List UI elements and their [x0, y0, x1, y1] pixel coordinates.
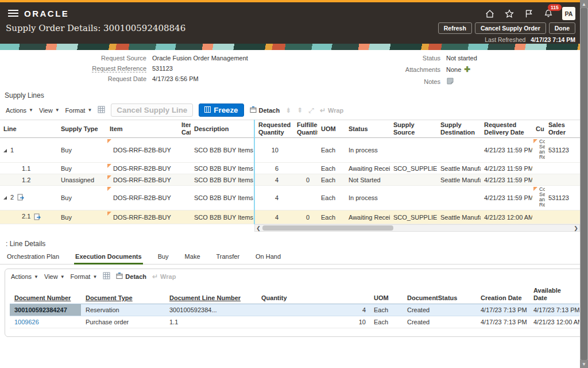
- view-menu[interactable]: View▼: [39, 107, 60, 114]
- scroll-up-icon[interactable]: ▲: [580, 0, 588, 8]
- scroll-to-first-icon[interactable]: ⇟: [285, 106, 291, 114]
- tab-on-hand[interactable]: On Hand: [254, 251, 282, 264]
- request-date-value: 4/17/23 6:56 PM: [152, 75, 199, 82]
- tab-orchestration-plan[interactable]: Orchestration Plan: [6, 251, 60, 264]
- hamburger-menu-icon[interactable]: [8, 10, 18, 17]
- notes-icon[interactable]: [446, 77, 454, 86]
- col-document-type[interactable]: Document Type: [86, 294, 133, 301]
- col-item-category[interactable]: Item Cat: [178, 120, 191, 138]
- supply-line-row-1-2[interactable]: 1.2 Unassigned DOS-RRF-B2B-BUY SCO B2B B…: [0, 174, 580, 186]
- col-customer[interactable]: Cu: [532, 120, 545, 138]
- request-source-label: Request Source: [0, 55, 146, 62]
- expand-node-icon[interactable]: ⤢: [308, 106, 314, 114]
- col-supply-type[interactable]: Supply Type: [57, 120, 106, 138]
- export-to-excel-icon[interactable]: [103, 272, 110, 281]
- detach-icon: [250, 106, 257, 114]
- supply-line-row-1[interactable]: 1 Buy DOS-RRF-B2B-BUY SCO B2B BUY Items …: [0, 138, 580, 163]
- execution-document-row[interactable]: 1009626 Purchase order 1.1 10 Each Creat…: [10, 316, 579, 328]
- freeze-icon: [204, 106, 211, 114]
- col-item[interactable]: Item: [106, 120, 178, 138]
- horizontal-scrollbar[interactable]: ❮ ❯: [254, 224, 580, 232]
- scroll-to-last-icon[interactable]: ⇞: [297, 106, 303, 114]
- col-document-status[interactable]: DocumentStatus: [403, 285, 476, 304]
- line-details-tabs: Orchestration Plan Execution Documents B…: [0, 251, 588, 264]
- page: ORACLE 115 PA Supply Order Details: 3001…: [0, 0, 588, 368]
- scroll-left-icon[interactable]: ❮: [255, 225, 262, 231]
- cell-marker-icon: [107, 164, 111, 168]
- tab-buy[interactable]: Buy: [157, 251, 170, 264]
- supply-line-row-1-1[interactable]: 1.1 Buy DOS-RRF-B2B-BUY SCO B2B BUY Item…: [0, 163, 580, 174]
- col-document-number[interactable]: Document Number: [14, 294, 71, 301]
- request-reference-value: 531123: [152, 65, 173, 72]
- wrap-button[interactable]: ↵ Wrap: [320, 106, 343, 114]
- cancel-supply-line-button[interactable]: Cancel Supply Line: [111, 103, 193, 117]
- detach-icon: [116, 273, 123, 281]
- supply-line-row-2-1[interactable]: 2.1 Buy DOS-RRF-B2B-BUY SCO B2B BUY Item…: [0, 210, 580, 224]
- execution-documents-header-row: Document Number Document Type Document L…: [10, 285, 579, 304]
- col-sales-order[interactable]: Sales Order: [545, 120, 580, 138]
- avatar[interactable]: PA: [562, 7, 575, 20]
- wrap-icon: ↵: [320, 106, 326, 114]
- col-supply-destination[interactable]: Supply Destination: [437, 120, 481, 138]
- col-uom[interactable]: UOM: [318, 120, 345, 138]
- col-description[interactable]: Description: [191, 120, 254, 138]
- col-line[interactable]: Line: [0, 120, 57, 138]
- col-available-date[interactable]: Available Date: [529, 285, 579, 304]
- favorites-star-icon[interactable]: [504, 8, 514, 19]
- tab-execution-documents[interactable]: Execution Documents: [74, 251, 143, 264]
- col-uom[interactable]: UOM: [369, 285, 403, 304]
- notifications-bell-icon[interactable]: 115: [543, 8, 554, 19]
- export-to-excel-icon[interactable]: [98, 106, 105, 115]
- header-actions: Refresh Cancel Supply Order Done: [438, 22, 575, 34]
- summary-section: Request Source Oracle Fusion Order Manag…: [0, 55, 588, 88]
- supply-lines-header-row: Line Supply Type Item Item Cat Descripti…: [0, 120, 580, 138]
- document-number-link[interactable]: 1009626: [14, 319, 39, 325]
- add-attachment-icon[interactable]: ✚: [464, 65, 470, 74]
- vertical-scrollbar[interactable]: ▲ ▼: [580, 0, 588, 368]
- col-fulfilled-quantity[interactable]: Fulfilled Quantity: [293, 120, 318, 138]
- refresh-button[interactable]: Refresh: [438, 22, 472, 34]
- execution-documents-panel: Actions▼ View▼ Format▼ Detach ↵ Wrap: [5, 269, 583, 337]
- collapse-caret-icon[interactable]: [3, 149, 7, 152]
- cell-marker-icon: [533, 187, 537, 191]
- view-menu[interactable]: View▼: [44, 273, 65, 280]
- actions-menu[interactable]: Actions▼: [6, 107, 33, 114]
- vertical-scrollbar-thumb[interactable]: [581, 8, 587, 360]
- attachments-value: None: [446, 66, 461, 73]
- supply-line-row-2[interactable]: 2 Buy DOS-RRF-B2B-BUY SCO B2B BUY Items …: [0, 186, 580, 210]
- col-supply-source[interactable]: Supply Source: [390, 120, 437, 138]
- col-creation-date[interactable]: Creation Date: [476, 285, 529, 304]
- scroll-right-icon[interactable]: ❯: [572, 225, 579, 231]
- cell-marker-icon: [107, 139, 111, 143]
- col-status[interactable]: Status: [345, 120, 390, 138]
- oracle-logo: ORACLE: [24, 9, 69, 18]
- col-document-line-number[interactable]: Document Line Number: [169, 294, 241, 301]
- tab-transfer[interactable]: Transfer: [215, 251, 241, 264]
- cancel-supply-order-button[interactable]: Cancel Supply Order: [475, 22, 546, 34]
- actions-menu[interactable]: Actions▼: [11, 273, 38, 280]
- go-to-document-icon[interactable]: [34, 213, 41, 221]
- watchlist-flag-icon[interactable]: [523, 8, 534, 19]
- tab-make[interactable]: Make: [184, 251, 202, 264]
- supply-lines-toolbar: Actions▼ View▼ Format▼ Cancel Supply Lin…: [0, 101, 588, 120]
- format-menu[interactable]: Format▼: [65, 107, 92, 114]
- go-to-document-icon[interactable]: [17, 194, 24, 202]
- col-quantity[interactable]: Quantity: [257, 285, 369, 304]
- done-button[interactable]: Done: [549, 22, 575, 34]
- freeze-button[interactable]: Freeze: [199, 103, 243, 117]
- home-icon[interactable]: [484, 8, 495, 19]
- scroll-down-icon[interactable]: ▼: [580, 360, 588, 368]
- execution-document-row[interactable]: 300100592384247 Reservation 300100592384…: [10, 304, 579, 316]
- col-requested-delivery-date[interactable]: Requested Delivery Date: [481, 120, 532, 138]
- detach-button[interactable]: Detach: [116, 273, 146, 281]
- col-requested-quantity[interactable]: Requested Quantity: [254, 120, 293, 138]
- detach-button[interactable]: Detach: [250, 106, 280, 114]
- last-refreshed-value: 4/17/23 7:14 PM: [531, 36, 575, 43]
- format-menu[interactable]: Format▼: [71, 273, 98, 280]
- wrap-button[interactable]: ↵ Wrap: [152, 273, 176, 281]
- cell-marker-icon: [107, 187, 111, 191]
- decorative-banner: [0, 44, 588, 50]
- status-label: Status: [370, 55, 440, 62]
- collapse-caret-icon[interactable]: [3, 196, 7, 200]
- horizontal-scrollbar-thumb[interactable]: [262, 225, 393, 231]
